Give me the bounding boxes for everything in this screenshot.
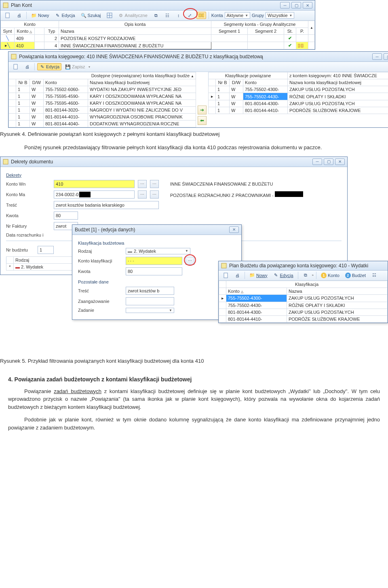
tool-icon[interactable]: ☷ [369, 272, 379, 279]
szukaj-button[interactable]: 🔍Szukaj [79, 12, 103, 19]
print-icon[interactable]: 🖨 [232, 272, 242, 279]
input-zaang[interactable] [126, 297, 174, 305]
zadanie-dropdown[interactable]: ▼ [126, 308, 174, 313]
table-row[interactable]: 801-80144-4300-ZAKUP USŁUG POZOSTAŁYCH [219, 309, 388, 315]
input-kwota[interactable]: 80 [126, 267, 182, 275]
lookup-button[interactable]: ⋯ [186, 257, 194, 265]
table-row[interactable]: *▬ 2. Wydatek [6, 263, 79, 270]
nowy-button[interactable]: 📁Nowy [247, 272, 270, 279]
analityczne-button[interactable]: ⚙Analityczne [116, 12, 150, 19]
window-controls: ─ ▢ ✕ [312, 159, 345, 165]
table-row[interactable]: 801-80144-4410-PODRÓŻE SŁUŻBOWE KRAJOWE [219, 315, 388, 322]
col-konto2: Konto △ [15, 28, 35, 35]
tool-icon-2[interactable]: ↕ [174, 12, 183, 19]
maximize-button[interactable]: ▢ [324, 159, 333, 165]
input-konto-ma[interactable]: 234-0002-0 [54, 190, 135, 199]
tool-icon-1[interactable]: ☷ [162, 12, 172, 19]
nowy-button[interactable]: 📁Nowy [29, 12, 51, 19]
left-grid[interactable]: Dostępne (niepowiązane) konta klasyfikac… [8, 72, 196, 127]
lookup-button[interactable]: ⋯ [138, 180, 147, 188]
cell-typ: 4 [44, 42, 59, 49]
input-konto-klas[interactable]: · · · [126, 257, 182, 265]
col-konto: Konto [44, 79, 88, 86]
move-left-button[interactable]: ⬅ [198, 116, 207, 125]
table-row[interactable]: ╲ 409 2 POZOSTAŁE KOSZTY RODZAJOWE ✔ [1, 35, 315, 42]
print-icon[interactable]: 🖨 [22, 63, 32, 70]
chevron-down-icon: ▼ [185, 249, 188, 253]
konto-button[interactable]: 1Konto [319, 272, 342, 279]
scroll-up[interactable]: ▲ [308, 21, 315, 35]
table-row[interactable]: 1W801-80144-4410-PODRÓŻE SŁUŻBOWE KRAJOW… [209, 107, 388, 114]
rodzaj-dropdown[interactable]: ▬ 2. Wydatek ▼ [126, 248, 190, 254]
label-kwota: Kwota [6, 213, 51, 218]
zapisz-button[interactable]: 💾Zapisz [63, 63, 87, 70]
col-nazwa: Nazwa [59, 28, 211, 35]
input-tresc[interactable]: zwrot kosztów badania lekarskiego [54, 201, 159, 209]
col-dw: D/W [30, 79, 44, 86]
input-kwota[interactable]: 80 [54, 212, 78, 220]
move-right-button[interactable]: ➔ [198, 106, 207, 114]
label-nrbud: Nr budżetu [6, 247, 34, 252]
label-data: Data rozrachunku i [6, 233, 63, 237]
section-heading-4: 4. Powiązania zadań budżetowych z kontam… [8, 376, 380, 383]
print-icon[interactable]: 🖨 [14, 12, 24, 19]
cell-rodzaj: ▬ 2. Wydatek [14, 263, 79, 270]
edycja-button[interactable]: ✎Edycja [53, 12, 77, 19]
right-grid[interactable]: Klasyfikacje powiązane z kontem księgowy… [208, 72, 388, 114]
table-row[interactable]: 1W801-80144-3020-NAGRODY I WYDATKI NIE Z… [9, 107, 196, 114]
table-row[interactable]: ▸755-75502-4300-ZAKUP USŁUG POZOSTAŁYCH [219, 294, 388, 302]
input-nrbud[interactable]: 1 [38, 246, 54, 254]
chevron-down-icon[interactable]: ▾ [89, 65, 90, 69]
col-seg1: Segment 1 [211, 28, 248, 35]
grid-icon[interactable] [105, 12, 114, 19]
window-controls: ─ ▢ ✕ [280, 2, 312, 8]
minimize-button[interactable]: ─ [280, 2, 290, 8]
budzet-button[interactable]: 2Budżet [343, 272, 368, 279]
group-pozostale: Pozostałe dane [78, 279, 236, 284]
table-row[interactable]: 1W755-75502-6060-WYDATKI NA ZAKUPY INWES… [9, 86, 196, 93]
accounts-grid[interactable]: Konto Opis konta Segmenty konta - Grupy … [0, 21, 315, 49]
table-row[interactable]: 1W801-80144-4300-ZAKUP USŁUG POZOSTAŁYCH [209, 100, 388, 107]
toolbar: 🖨 📁Nowy ✎Edycja 🔍Szukaj ⚙Analityczne ⧉ ☷… [0, 11, 315, 21]
close-button[interactable]: ✕ [229, 226, 239, 233]
maximize-button[interactable]: ▢ [384, 53, 388, 60]
minimize-button[interactable]: ─ [372, 53, 382, 60]
new-doc-icon[interactable] [3, 12, 13, 19]
link-icon[interactable] [196, 12, 206, 19]
edycja-button[interactable]: ✎Edycja [37, 63, 61, 70]
table-row[interactable]: 1W801-80144-4040-DODATKOWE WYNAGRODZENIA… [9, 121, 196, 127]
new-doc-icon[interactable] [11, 63, 21, 70]
table-row[interactable]: ▸1W755-75502-4430-RÓŻNE OPŁATY I SKŁADKI [209, 93, 388, 100]
maximize-button[interactable]: ▢ [291, 2, 301, 8]
lookup-button[interactable]: ⋯ [138, 190, 147, 199]
col-nrb: Nr B [216, 79, 230, 86]
grupy-dropdown[interactable]: Wszystkie ▼ [266, 12, 294, 19]
right-group-header-2: z kontem księgowym: 410 INNE ŚWIADCZE [288, 72, 388, 79]
copy-icon[interactable]: ⧉ [151, 12, 161, 19]
copy-icon[interactable]: ⧉ [301, 272, 310, 279]
header-row-1: Konto Opis konta Segmenty konta - Grupy … [1, 21, 315, 28]
table-row[interactable]: 1W755-75595-4590-KARY I ODSZKODOWANIA WY… [9, 93, 196, 100]
input-tresc[interactable]: zwrot kosztów b [126, 287, 174, 295]
budget-mini-grid[interactable]: Rodzaj *▬ 2. Wydatek [6, 256, 79, 271]
close-button[interactable]: ✕ [335, 159, 345, 165]
col-konto: Konto [1, 21, 59, 28]
ma-description: POZOSTAŁE ROZRACHUNKI Z PRACOWNIKAMI - [162, 191, 342, 198]
tool-icon-3[interactable]: ⤢ [185, 12, 195, 19]
edycja-button[interactable]: ✎Edycja [271, 272, 295, 279]
close-button[interactable]: ✕ [303, 2, 312, 8]
table-row[interactable]: ▸╲ 410 4 INNE ŚWIADCZENIA FINANSOWANE Z … [1, 42, 315, 49]
plan-grid[interactable]: Klasyfikacja Konto △ Nazwa ▸755-75502-43… [219, 281, 388, 323]
table-row[interactable]: 1W755-75502-4300-ZAKUP USŁUG POZOSTAŁYCH [209, 86, 388, 93]
lookup-button-2[interactable]: ⋯ [150, 190, 159, 199]
input-konto-wn[interactable]: 410 [54, 180, 135, 188]
table-row[interactable]: 1W801-80144-4010-WYNAGRODZENIA OSOBOWE P… [9, 114, 196, 121]
plan-budzetu-window: Plan Budżetu dla powiązanego konta księg… [218, 261, 388, 323]
minimize-button[interactable]: ─ [312, 159, 322, 165]
new-doc-icon[interactable] [221, 272, 231, 279]
konta-dropdown[interactable]: Aktywne ▼ [225, 12, 251, 19]
lookup-button-2[interactable]: ⋯ [150, 180, 159, 188]
table-row[interactable]: 1W755-75595-4600-KARY I ODSZKODOWANIA WY… [9, 100, 196, 107]
table-row[interactable]: 755-75502-4430-RÓŻNE OPŁATY I SKŁADKI [219, 302, 388, 309]
col-opis: Opis konta [59, 21, 211, 28]
